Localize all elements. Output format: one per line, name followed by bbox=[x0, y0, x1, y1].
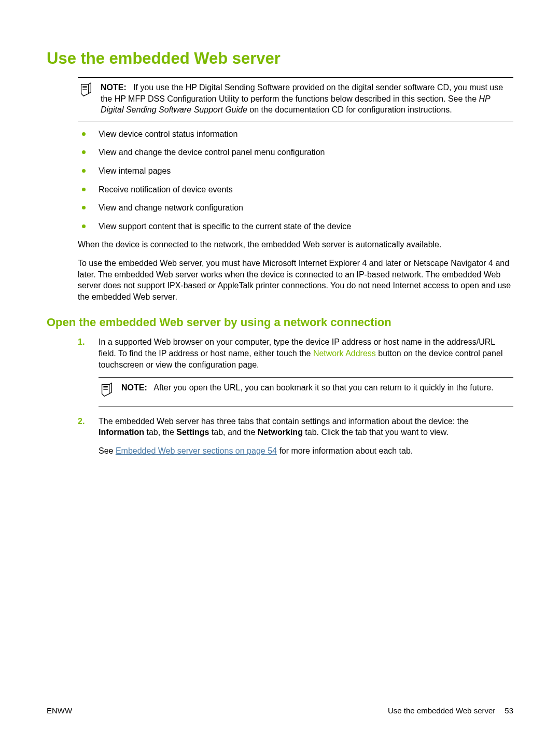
paragraph: To use the embedded Web server, you must… bbox=[78, 258, 513, 302]
steps-list: 1. In a supported Web browser on your co… bbox=[78, 336, 513, 456]
step-number: 2. bbox=[78, 416, 85, 427]
list-item: View and change the device control panel… bbox=[78, 147, 513, 158]
list-item: View support content that is specific to… bbox=[78, 221, 513, 232]
step-text-pre: The embedded Web server has three tabs t… bbox=[99, 417, 469, 426]
tab-name-settings: Settings bbox=[176, 428, 209, 437]
section-subtitle: Open the embedded Web server by using a … bbox=[47, 316, 513, 329]
footer-left: ENWW bbox=[47, 706, 72, 715]
note-icon bbox=[99, 382, 114, 401]
step-item: 1. In a supported Web browser on your co… bbox=[78, 336, 513, 406]
footer-section-title: Use the embedded Web server bbox=[388, 706, 495, 715]
note-text: NOTE: After you open the URL, you can bo… bbox=[121, 382, 494, 393]
footer-page-number: 53 bbox=[505, 706, 513, 715]
list-item: View device control status information bbox=[78, 129, 513, 140]
note-callout-main: NOTE: If you use the HP Digital Sending … bbox=[78, 77, 513, 121]
note-icon bbox=[78, 82, 93, 100]
page-footer: ENWW Use the embedded Web server 53 bbox=[47, 706, 513, 715]
tab-name-networking: Networking bbox=[258, 428, 303, 437]
ui-reference-network-address: Network Address bbox=[313, 349, 376, 358]
note-body: After you open the URL, you can bookmark… bbox=[153, 383, 493, 392]
step-text-post: tab. Click the tab that you want to view… bbox=[303, 428, 449, 437]
step-tail-pre: See bbox=[99, 446, 116, 455]
document-page: Use the embedded Web server NOTE: If you… bbox=[0, 0, 560, 745]
step-number: 1. bbox=[78, 336, 85, 348]
note-text: NOTE: If you use the HP Digital Sending … bbox=[101, 82, 513, 116]
page-title: Use the embedded Web server bbox=[47, 49, 513, 68]
list-item: View internal pages bbox=[78, 165, 513, 177]
link-embedded-web-server-sections[interactable]: Embedded Web server sections on page 54 bbox=[116, 446, 277, 455]
feature-list: View device control status information V… bbox=[78, 129, 513, 232]
tab-name-information: Information bbox=[99, 428, 144, 437]
note-label: NOTE: bbox=[101, 83, 127, 92]
step-tail-post: for more information about each tab. bbox=[277, 446, 413, 455]
step-text-mid2: tab, and the bbox=[209, 428, 257, 437]
note-body-pre: If you use the HP Digital Sending Softwa… bbox=[101, 83, 503, 103]
paragraph: When the device is connected to the netw… bbox=[78, 239, 513, 250]
note-label: NOTE: bbox=[121, 383, 147, 392]
list-item: View and change network configuration bbox=[78, 202, 513, 214]
step-text-mid1: tab, the bbox=[144, 428, 176, 437]
note-callout-inner: NOTE: After you open the URL, you can bo… bbox=[99, 377, 513, 406]
note-body-post: on the documentation CD for configuratio… bbox=[247, 105, 452, 114]
list-item: Receive notification of device events bbox=[78, 184, 513, 195]
step-item: 2. The embedded Web server has three tab… bbox=[78, 416, 513, 457]
